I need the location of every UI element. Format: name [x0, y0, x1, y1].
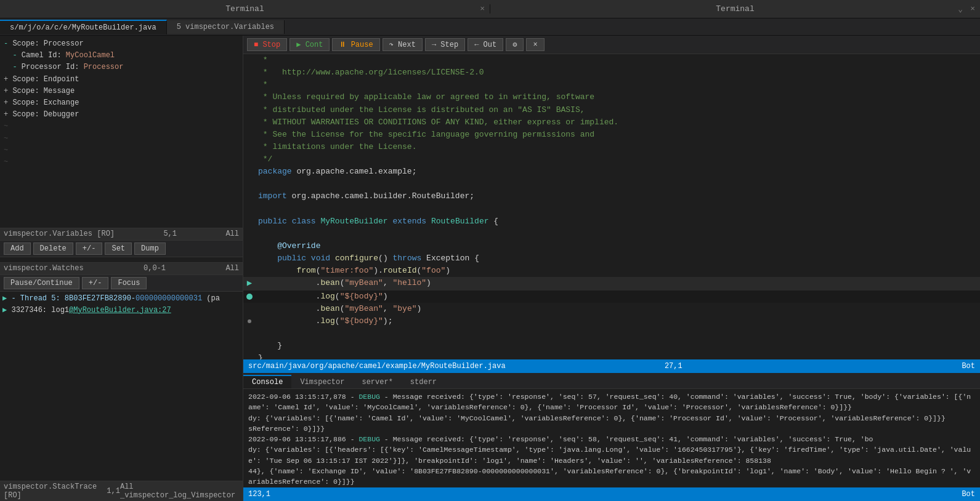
line-indicator — [243, 153, 256, 166]
code-content: * distributed under the License is distr… — [256, 104, 585, 116]
code-line: * — [243, 54, 980, 66]
small-dot-indicator — [243, 315, 256, 327]
code-line: package org.apache.camel.example; — [243, 166, 980, 178]
left-panel: - Scope: Processor - Camel Id: MyCoolCam… — [0, 36, 243, 501]
code-content: * WITHOUT WARRANTIES OR CONDITIONS OF AN… — [256, 116, 618, 129]
thread-item-1: ▶ - Thread 5: 8B03FE27FB82890-0000000000… — [2, 293, 240, 305]
console-output[interactable]: 2022-09-06 13:15:17,878 - DEBUG - Messag… — [243, 389, 980, 487]
stack-section: ▶ - Thread 5: 8B03FE27FB82890-0000000000… — [0, 292, 243, 481]
code-line — [243, 203, 980, 215]
focus-button[interactable]: Focus — [111, 277, 147, 289]
code-line: .bean("myBean", "bye") — [243, 303, 980, 315]
gear-button[interactable]: ⚙ — [506, 38, 524, 51]
watches-status-left: vimspector.Watches — [4, 264, 84, 273]
line-indicator — [243, 327, 256, 340]
code-content: .log("${body}"); — [256, 315, 392, 327]
delete-button[interactable]: Delete — [33, 242, 73, 255]
step-button[interactable]: → Step — [425, 38, 465, 51]
code-content: from("timer:foo").routeId("foo") — [256, 265, 450, 277]
code-content: .bean("myBean", "bye") — [256, 303, 421, 315]
line-indicator — [243, 166, 256, 178]
pause-button[interactable]: ⏸ Pause — [332, 38, 379, 51]
code-line: public void configure() throws Exception… — [243, 252, 980, 265]
left-terminal-close[interactable]: × — [480, 4, 485, 14]
var-line-6: + Scope: Exchange — [4, 97, 239, 109]
code-line: } — [243, 352, 980, 359]
variables-toolbar: Add Delete +/- Set Dump — [0, 240, 243, 257]
breakpoint-indicator — [243, 291, 256, 303]
code-content: package org.apache.camel.example; — [256, 166, 416, 178]
code-line — [243, 178, 980, 190]
right-terminal-expand[interactable]: ⌄ — [958, 4, 963, 14]
line-indicator — [243, 54, 256, 66]
variables-status-pos: 5,1 — [163, 230, 177, 238]
console-tab-server[interactable]: server* — [353, 375, 401, 388]
variables-status-left: vimspector.Variables [RO] — [4, 230, 115, 238]
set-button[interactable]: Set — [105, 242, 132, 255]
line-indicator — [243, 352, 256, 359]
code-line: public class MyRouteBuilder extends Rout… — [243, 215, 980, 228]
watches-plus-minus[interactable]: +/- — [82, 277, 109, 289]
stack-status-left: vimspector.StackTrace [RO] — [4, 483, 107, 500]
code-pos-val: 27,1 — [665, 362, 682, 371]
var-line-5: + Scope: Message — [4, 86, 239, 97]
line-indicator — [243, 129, 256, 141]
arrow-indicator: ▶ — [243, 277, 256, 291]
code-line — [243, 327, 980, 340]
code-line: .log("${body}"); — [243, 315, 980, 327]
code-content: @Override — [256, 240, 320, 252]
variables-status-bar: vimspector.Variables [RO] 5,1 All — [0, 228, 243, 240]
line-indicator — [243, 240, 256, 252]
stop-button[interactable]: ■ Stop — [247, 38, 287, 51]
debug-toolbar: ■ Stop ▶ Cont ⏸ Pause ↷ Next → Step ← Ou… — [243, 36, 980, 54]
var-line-1: - Scope: Processor — [4, 38, 239, 50]
code-bot-label: Bot — [962, 362, 975, 371]
code-content: } — [256, 340, 282, 352]
code-content: public void configure() throws Exception… — [256, 252, 479, 265]
code-line: import org.apache.camel.builder.RouteBui… — [243, 190, 980, 202]
close-debug-button[interactable]: × — [526, 38, 544, 51]
console-status-pos: 123,1 — [248, 490, 270, 499]
console-status-bar: 123,1 Bot — [243, 487, 980, 501]
plus-minus-button[interactable]: +/- — [76, 242, 103, 255]
watches-status-bar: vimspector.Watches 0,0-1 All — [0, 262, 243, 275]
variables-status-right: All — [225, 230, 239, 238]
code-content: public class MyRouteBuilder extends Rout… — [256, 215, 498, 228]
console-line-3: sReference': 0}]}} — [248, 423, 975, 434]
right-terminal-label: Terminal — [716, 4, 754, 14]
pause-continue-button[interactable]: Pause/Continue — [4, 277, 79, 289]
code-content: * — [256, 54, 268, 66]
file-tab-path[interactable]: s/m/j/o/a/c/e/MyRouteBuilder.java — [0, 20, 167, 34]
console-tab-stderr[interactable]: stderr — [402, 375, 445, 388]
code-content — [256, 327, 258, 340]
add-button[interactable]: Add — [4, 242, 31, 255]
vimspector-tab-label: 5 vimspector.Variables — [177, 23, 274, 31]
console-tab-vimspector[interactable]: Vimspector — [291, 375, 353, 388]
cont-button[interactable]: ▶ Cont — [290, 38, 330, 51]
top-title-bar: Terminal × Terminal × ⌄ — [0, 0, 980, 18]
console-line-1: 2022-09-06 13:15:17,878 - DEBUG - Messag… — [248, 391, 975, 413]
left-terminal-label: Terminal — [225, 4, 264, 14]
code-line: @Override — [243, 240, 980, 252]
console-tabs: Console Vimspector server* stderr — [243, 373, 980, 389]
code-content: * — [256, 79, 268, 91]
line-indicator — [243, 203, 256, 215]
tilde-1: ~ — [4, 121, 239, 132]
watches-section: ~ ~ ~ │ — [0, 257, 243, 262]
current-debug-line: ▶ .bean("myBean", "hello") — [243, 277, 980, 291]
code-content: */ — [256, 153, 272, 166]
vimspector-tab[interactable]: 5 vimspector.Variables — [167, 20, 285, 34]
code-area[interactable]: * * http://www.apache.org/licenses/LICEN… — [243, 54, 980, 359]
right-terminal-close[interactable]: × — [970, 4, 975, 14]
console-line-2: dy: {'variables': [{'name': 'Camel Id', … — [248, 413, 975, 423]
code-content: * limitations under the License. — [256, 141, 416, 153]
console-tab-console[interactable]: Console — [243, 375, 291, 388]
code-content: } — [256, 352, 263, 359]
next-button[interactable]: ↷ Next — [383, 38, 423, 51]
code-line: * WITHOUT WARRANTIES OR CONDITIONS OF AN… — [243, 116, 980, 129]
dump-button[interactable]: Dump — [134, 242, 166, 255]
console-line-5: dy: {'variables': [{'headers': [{'key': … — [248, 444, 975, 466]
code-line: */ — [243, 153, 980, 166]
out-button[interactable]: ← Out — [468, 38, 503, 51]
code-content: * http://www.apache.org/licenses/LICENSE… — [256, 66, 484, 79]
